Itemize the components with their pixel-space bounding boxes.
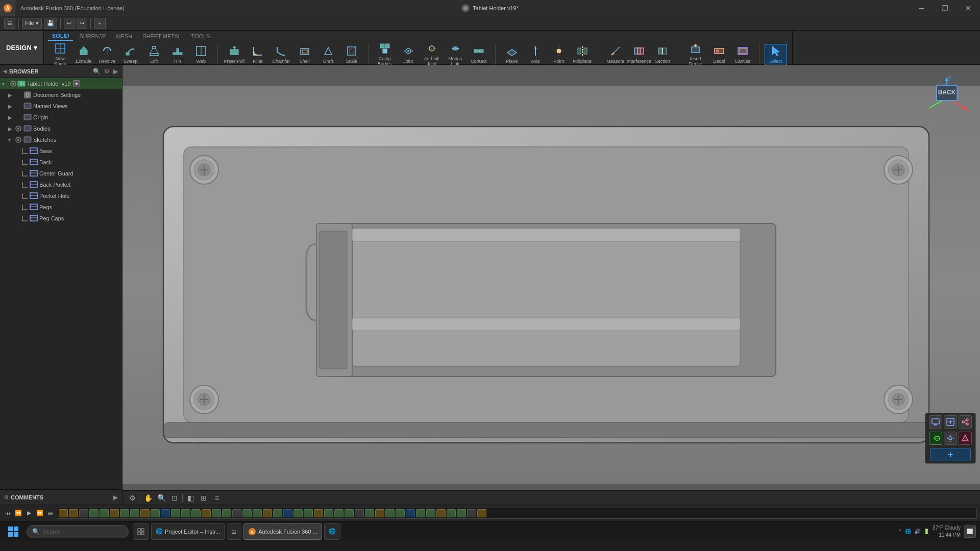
axis-tool[interactable]: Axis	[524, 44, 547, 65]
tree-sketch-back-pocket[interactable]: Back Pocket	[0, 179, 122, 190]
comp-bodies-tool[interactable]: Comp Bodies	[374, 44, 396, 65]
chamfer-tool[interactable]: Chamfer	[270, 44, 292, 65]
rib-tool[interactable]: Rib	[166, 44, 189, 65]
tree-sketch-base[interactable]: Base	[0, 145, 122, 157]
tab-tools[interactable]: TOOLS	[187, 32, 214, 40]
notif-display-icon[interactable]	[929, 415, 942, 429]
tab-mesh[interactable]: MESH	[112, 32, 136, 40]
timeline-step-15[interactable]	[202, 509, 211, 517]
timeline-step-35[interactable]	[406, 509, 415, 517]
timeline-step-11[interactable]	[161, 509, 170, 517]
scale-tool[interactable]: Scale	[340, 44, 363, 65]
motion-link-tool[interactable]: Motion Link	[444, 44, 467, 65]
taskbar-task-view[interactable]	[133, 523, 149, 540]
timeline-step-8[interactable]	[130, 509, 139, 517]
timeline-step-1[interactable]	[59, 509, 68, 517]
save-button[interactable]: 💾	[44, 18, 57, 29]
timeline-step-33[interactable]	[385, 509, 395, 517]
timeline-step-34[interactable]	[396, 509, 405, 517]
timeline-step-36[interactable]	[416, 509, 425, 517]
visual-style-tool[interactable]: ◧	[185, 492, 196, 504]
timeline-step-37[interactable]	[426, 509, 435, 517]
new-component-tool[interactable]: New Comp	[49, 44, 71, 65]
timeline-step-40[interactable]	[457, 509, 466, 517]
notif-share-icon[interactable]	[959, 415, 972, 429]
new-tab-button[interactable]: ＋	[94, 18, 106, 29]
midplane-tool[interactable]: Midplane	[571, 44, 594, 65]
zoom-tool[interactable]: 🔍	[156, 492, 167, 504]
taskbar-app-browser[interactable]: 🌐	[324, 523, 340, 540]
notif-link-icon[interactable]	[929, 432, 942, 445]
tree-bodies[interactable]: ▶ Bodies	[0, 123, 122, 134]
timeline-next-button[interactable]: ⏩	[35, 509, 44, 518]
timeline-step-13[interactable]	[181, 509, 190, 517]
timeline-track[interactable]	[57, 508, 977, 519]
fit-tool[interactable]: ⊡	[169, 492, 180, 504]
notif-add-icon[interactable]	[944, 415, 957, 429]
start-button[interactable]	[4, 523, 22, 540]
timeline-step-30[interactable]	[355, 509, 364, 517]
system-tray-expand-icon[interactable]: ⌃	[898, 529, 902, 534]
timeline-step-9[interactable]	[140, 509, 150, 517]
timeline-step-7[interactable]	[120, 509, 129, 517]
timeline-step-28[interactable]	[334, 509, 344, 517]
pan-tool[interactable]: ✋	[142, 492, 154, 504]
timeline-step-14[interactable]	[191, 509, 201, 517]
timeline-step-21[interactable]	[263, 509, 272, 517]
sketches-visibility[interactable]	[15, 137, 23, 143]
browser-search-icon[interactable]: 🔍	[92, 67, 102, 76]
comments-expand-icon[interactable]: ▶	[113, 494, 118, 501]
timeline-step-26[interactable]	[314, 509, 323, 517]
timeline-step-6[interactable]	[110, 509, 119, 517]
timeline-step-3[interactable]	[79, 509, 88, 517]
timeline-step-25[interactable]	[304, 509, 313, 517]
timeline-step-42[interactable]	[477, 509, 486, 517]
joint-tool[interactable]: Joint	[397, 44, 420, 65]
close-button[interactable]: ✕	[957, 0, 980, 16]
timeline-prev-button[interactable]: ⏪	[14, 509, 23, 518]
timeline-step-2[interactable]	[69, 509, 78, 517]
item-options-icon[interactable]: ★	[73, 80, 80, 87]
tree-named-views[interactable]: ▶ Named Views	[0, 101, 122, 112]
extrude-tool[interactable]: Extrude	[72, 44, 95, 65]
timeline-step-17[interactable]	[222, 509, 231, 517]
display-settings-tool[interactable]: ⚙	[127, 492, 138, 504]
tree-document-settings[interactable]: ▶ Document Settings	[0, 89, 122, 101]
point-tool[interactable]: Point	[548, 44, 570, 65]
app-menu-button[interactable]: ☰	[4, 18, 15, 29]
timeline-step-23[interactable]	[283, 509, 292, 517]
view-settings-tool[interactable]: ≡	[211, 492, 223, 504]
timeline-step-31[interactable]	[365, 509, 374, 517]
show-comments-icon[interactable]: ⚙	[4, 494, 9, 500]
collapse-browser-button[interactable]: ◀	[3, 68, 7, 74]
select-tool[interactable]: Select	[765, 44, 787, 65]
insert-derive-tool[interactable]: Insert Derive	[684, 44, 707, 65]
tree-sketch-pocket-hole[interactable]: Pocket Hole	[0, 190, 122, 202]
loft-tool[interactable]: Loft	[143, 44, 165, 65]
timeline-step-16[interactable]	[212, 509, 221, 517]
orientation-cube[interactable]: BACK X Z	[924, 75, 970, 121]
tab-sheet-metal[interactable]: SHEET METAL	[138, 32, 185, 40]
timeline-step-10[interactable]	[151, 509, 160, 517]
timeline-step-22[interactable]	[273, 509, 282, 517]
tab-surface[interactable]: SURFACE	[75, 32, 110, 40]
contact-tool[interactable]: Contact	[468, 44, 490, 65]
minimize-button[interactable]: ─	[910, 0, 933, 16]
interference-tool[interactable]: Interference	[628, 44, 650, 65]
as-built-joint-tool[interactable]: As-built Joint	[421, 44, 443, 65]
design-selector[interactable]: DESIGN ▾	[0, 31, 44, 64]
timeline-step-24[interactable]	[293, 509, 303, 517]
press-pull-tool[interactable]: Press Pull	[223, 44, 246, 65]
plane-tool[interactable]: Plane	[501, 44, 523, 65]
timeline-end-button[interactable]: ⏭	[46, 509, 55, 518]
tree-root-item[interactable]: ▾ TB Tablet Holder v19 ★	[0, 78, 122, 89]
shell-tool[interactable]: Shell	[293, 44, 316, 65]
tree-sketch-pegs[interactable]: Pegs	[0, 202, 122, 213]
tree-sketches[interactable]: ▾ Sketches	[0, 134, 122, 145]
show-desktop-button[interactable]: ⬜	[964, 525, 976, 538]
visibility-toggle[interactable]	[9, 81, 17, 87]
timeline-step-20[interactable]	[253, 509, 262, 517]
timeline-step-39[interactable]	[447, 509, 456, 517]
timeline-start-button[interactable]: ⏮	[3, 509, 12, 518]
tab-solid[interactable]: SOLID	[48, 32, 74, 41]
